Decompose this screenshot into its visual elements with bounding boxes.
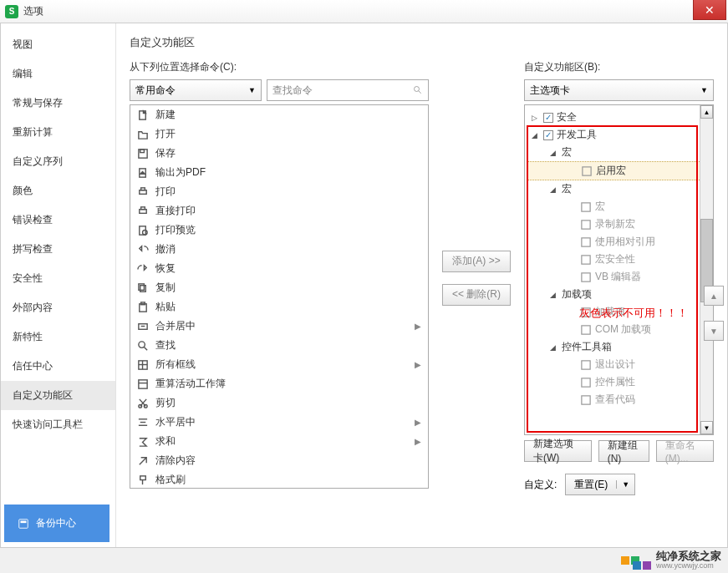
svg-rect-41 xyxy=(582,325,590,333)
reset-button[interactable]: 重置(E) ▼ xyxy=(565,474,635,495)
command-icon xyxy=(137,186,149,198)
tree-item[interactable]: ◢加载项 xyxy=(527,286,711,303)
command-label: 保存 xyxy=(155,146,176,160)
titlebar: S 选项 ✕ xyxy=(0,0,728,23)
chevron-down-icon: ▼ xyxy=(700,86,708,94)
tree-item[interactable]: 宏 xyxy=(527,198,711,216)
command-item[interactable]: 求和▶ xyxy=(130,432,428,451)
tree-item[interactable]: 退出设计 xyxy=(527,356,711,373)
command-item[interactable]: 打印 xyxy=(130,182,428,201)
sidebar-item[interactable]: 错误检查 xyxy=(1,205,115,235)
new-tab-button[interactable]: 新建选项卡(W) xyxy=(524,440,592,462)
tree-item[interactable]: COM 加载项 xyxy=(527,321,711,338)
command-item[interactable]: 查找 xyxy=(130,336,428,355)
ribbon-target-dropdown[interactable]: 主选项卡 ▼ xyxy=(524,79,714,101)
backup-center-button[interactable]: 备份中心 xyxy=(4,505,109,542)
item-icon xyxy=(581,165,593,177)
command-label: 合并居中 xyxy=(155,319,196,333)
sidebar-item[interactable]: 自定义序列 xyxy=(1,147,115,176)
sidebar-item[interactable]: 快速访问工具栏 xyxy=(1,410,115,439)
command-item[interactable]: 剪切 xyxy=(130,393,428,413)
command-item[interactable]: 格式刷 xyxy=(130,470,428,489)
command-item[interactable]: 重算活动工作簿 xyxy=(130,374,428,393)
tree-item[interactable]: 宏安全性 xyxy=(527,251,711,268)
tree-item[interactable]: ◢控件工具箱 xyxy=(527,338,711,356)
sidebar-item[interactable]: 外部内容 xyxy=(1,293,115,322)
command-item[interactable]: 打印预览 xyxy=(130,221,428,240)
command-label: 复制 xyxy=(155,281,176,295)
chevron-down-icon[interactable]: ▼ xyxy=(616,480,634,489)
expand-icon[interactable]: ◢ xyxy=(550,291,558,299)
expand-icon[interactable]: ◢ xyxy=(550,149,558,157)
tree-label: 宏安全性 xyxy=(595,252,635,266)
close-button[interactable]: ✕ xyxy=(693,0,726,20)
command-item[interactable]: 水平居中▶ xyxy=(130,413,428,432)
tree-item[interactable]: ▷✓安全 xyxy=(527,109,711,126)
remove-button[interactable]: << 删除(R) xyxy=(442,284,511,306)
tree-item[interactable]: 使用相对引用 xyxy=(527,233,711,251)
sidebar-item[interactable]: 编辑 xyxy=(1,59,115,89)
move-down-button[interactable]: ▼ xyxy=(704,321,724,341)
command-label: 粘贴 xyxy=(155,300,176,314)
expand-icon[interactable]: ◢ xyxy=(550,185,558,194)
tree-item[interactable]: ◢宏 xyxy=(527,144,711,161)
command-item[interactable]: 粘贴 xyxy=(130,297,428,317)
command-item[interactable]: 保存 xyxy=(130,144,428,163)
expand-icon[interactable]: ◢ xyxy=(550,343,558,352)
command-item[interactable]: 复制 xyxy=(130,278,428,297)
sidebar-item[interactable]: 常规与保存 xyxy=(1,89,115,118)
sidebar-item[interactable]: 新特性 xyxy=(1,322,115,352)
tree-item[interactable]: 录制新宏 xyxy=(527,216,711,233)
new-group-button[interactable]: 新建组(N) xyxy=(598,440,649,462)
expand-icon[interactable]: ▷ xyxy=(532,114,540,122)
window-title: 选项 xyxy=(23,4,43,18)
tree-item[interactable]: 查看代码 xyxy=(527,391,711,408)
command-item[interactable]: 直接打印 xyxy=(130,201,428,221)
sidebar-item[interactable]: 颜色 xyxy=(1,176,115,205)
command-item[interactable]: 恢复 xyxy=(130,259,428,278)
expand-icon[interactable]: ◢ xyxy=(532,131,540,139)
tree-item[interactable]: ◢✓开发工具 xyxy=(527,126,711,144)
svg-rect-8 xyxy=(140,190,146,194)
command-item[interactable]: 所有框线▶ xyxy=(130,355,428,374)
tree-label: 开发工具 xyxy=(557,128,597,142)
checkbox[interactable]: ✓ xyxy=(543,130,553,140)
command-item[interactable]: 撤消 xyxy=(130,240,428,259)
backup-icon xyxy=(18,518,29,530)
command-label: 求和 xyxy=(155,434,176,449)
command-label: 打开 xyxy=(155,127,176,141)
tree-label: 宏 xyxy=(562,182,572,196)
command-item[interactable]: 清除内容 xyxy=(130,451,428,470)
command-item[interactable]: 新建 xyxy=(130,105,428,124)
checkbox[interactable]: ✓ xyxy=(543,113,553,123)
scroll-up-icon[interactable]: ▲ xyxy=(700,105,713,119)
sidebar-item[interactable]: 视图 xyxy=(1,30,115,59)
scrollbar[interactable]: ▲ ▼ xyxy=(700,105,713,434)
sidebar-item[interactable]: 重新计算 xyxy=(1,118,115,147)
sidebar-item[interactable]: 自定义功能区 xyxy=(1,381,115,410)
sidebar-item[interactable]: 安全性 xyxy=(1,264,115,293)
move-up-button[interactable]: ▲ xyxy=(704,286,724,306)
add-button[interactable]: 添加(A) >> xyxy=(442,251,511,272)
sidebar-item[interactable]: 信任中心 xyxy=(1,352,115,381)
tree-label: 查看代码 xyxy=(595,393,635,407)
tree-label: 录制新宏 xyxy=(595,217,635,231)
tree-item[interactable]: ◢宏 xyxy=(527,180,711,198)
command-item[interactable]: 输出为PDF xyxy=(130,163,428,182)
search-input[interactable]: 查找命令 xyxy=(267,79,429,101)
tree-item[interactable]: 控件属性 xyxy=(527,373,711,391)
rename-button[interactable]: 重命名(M)... xyxy=(656,440,714,462)
commands-list[interactable]: 新建打开保存输出为PDF打印直接打印打印预览撤消恢复复制粘贴合并居中▶查找所有框… xyxy=(130,104,429,489)
tree-item[interactable]: 启用宏 xyxy=(527,161,711,180)
svg-rect-11 xyxy=(141,206,145,209)
command-icon xyxy=(137,378,149,390)
ribbon-tree[interactable]: ▷✓安全◢✓开发工具◢宏启用宏◢宏宏录制新宏使用相对引用宏安全性VB 编辑器◢加… xyxy=(524,104,714,435)
command-icon xyxy=(137,244,149,256)
watermark-title: 纯净系统之家 xyxy=(656,550,721,562)
tree-item[interactable]: VB 编辑器 xyxy=(527,268,711,286)
command-item[interactable]: 合并居中▶ xyxy=(130,317,428,336)
command-item[interactable]: 打开 xyxy=(130,124,428,144)
sidebar-item[interactable]: 拼写检查 xyxy=(1,235,115,264)
commands-source-dropdown[interactable]: 常用命令 ▼ xyxy=(130,79,262,101)
scroll-down-icon[interactable]: ▼ xyxy=(700,421,713,434)
